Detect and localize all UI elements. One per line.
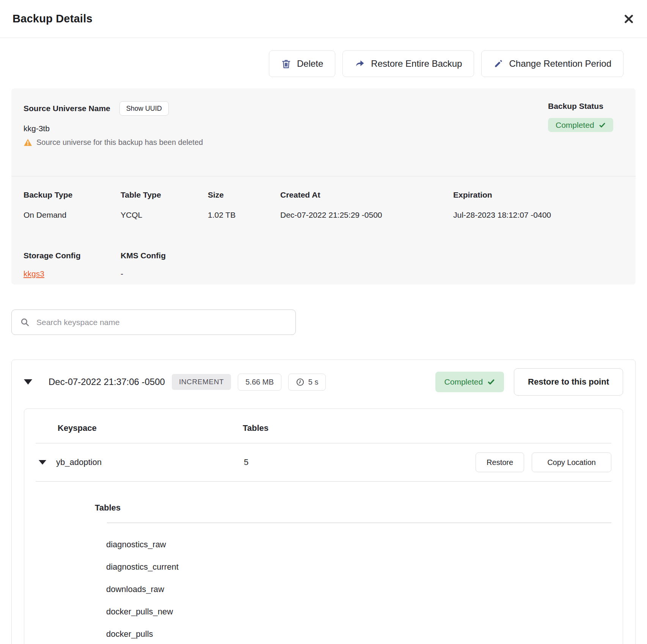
restore-arrow-icon <box>355 58 365 69</box>
kms-config-label: KMS Config <box>121 251 623 261</box>
field-value: 1.02 TB <box>208 210 280 220</box>
table-list-item: docker_pulls_new <box>106 607 611 617</box>
warning-icon <box>24 138 32 146</box>
keyspace-table-card: Keyspace Tables yb_adoption 5 Restore Co… <box>24 408 623 644</box>
field-label: Size <box>208 190 280 200</box>
keyspace-table-count: 5 <box>244 457 248 467</box>
check-icon <box>599 122 606 129</box>
check-icon <box>487 378 495 386</box>
source-universe-label: Source Universe Name <box>24 104 110 113</box>
field-label: Created At <box>280 190 453 200</box>
collapse-caret-icon[interactable] <box>24 379 32 385</box>
universe-name: kkg-3tb <box>24 124 623 134</box>
keyspace-row: yb_adoption 5 Restore Copy Location <box>24 443 623 481</box>
field-label: Table Type <box>121 190 208 200</box>
delete-button[interactable]: Delete <box>269 50 335 77</box>
table-list-item: diagnostics_raw <box>106 540 611 550</box>
increment-timestamp: Dec-07-2022 21:37:06 -0500 <box>49 377 165 387</box>
trash-icon <box>281 59 291 69</box>
change-retention-label: Change Retention Period <box>509 58 611 69</box>
storage-config-link[interactable]: kkgs3 <box>24 269 44 278</box>
keyspace-name: yb_adoption <box>56 457 244 467</box>
field-value: YCQL <box>121 210 208 220</box>
duration-text: 5 s <box>308 378 319 386</box>
keyspace-restore-button[interactable]: Restore <box>476 452 524 472</box>
table-list-item: docker_pulls <box>106 629 611 639</box>
keyspace-table-header: Keyspace Tables <box>24 409 623 443</box>
tables-subsection-label: Tables <box>95 503 611 513</box>
search-box <box>11 309 296 335</box>
search-row <box>11 309 636 335</box>
field-label: Expiration <box>453 190 623 200</box>
close-button[interactable] <box>620 11 637 27</box>
increment-status-badge: Completed <box>435 372 504 392</box>
search-keyspace-input[interactable] <box>36 317 287 327</box>
tables-column-header: Tables <box>243 423 269 433</box>
storage-config-grid: Storage Config KMS Config kkgs3 - <box>11 220 636 284</box>
backup-details-modal: Backup Details Delete Re <box>0 0 647 644</box>
field-value: Jul-28-2023 18:12:07 -0400 <box>453 210 623 220</box>
field-value: On Demand <box>24 210 121 220</box>
close-icon <box>623 13 635 25</box>
source-universe-section: Source Universe Name Show UUID kkg-3tb S… <box>11 88 636 147</box>
backup-details-grid: Backup Type Table Type Size Created At E… <box>11 176 636 220</box>
restore-to-this-point-button[interactable]: Restore to this point <box>514 368 623 396</box>
keyspace-column-header: Keyspace <box>58 423 243 433</box>
copy-location-button[interactable]: Copy Location <box>532 452 611 472</box>
search-icon <box>20 317 30 327</box>
storage-config-label: Storage Config <box>24 251 121 261</box>
delete-button-label: Delete <box>297 58 323 69</box>
status-badge-text: Completed <box>556 121 594 130</box>
backup-status-label: Backup Status <box>548 101 623 111</box>
pencil-icon <box>493 59 503 69</box>
table-list-item: diagnostics_current <box>106 562 611 572</box>
page-title: Backup Details <box>13 13 93 25</box>
clock-icon <box>296 378 305 386</box>
tables-list: diagnostics_raw diagnostics_current down… <box>106 540 611 639</box>
increment-duration-badge: 5 s <box>288 374 326 391</box>
keyspace-caret-icon[interactable] <box>39 460 46 465</box>
increment-backup-card: Dec-07-2022 21:37:06 -0500 INCREMENT 5.6… <box>11 360 636 644</box>
restore-entire-backup-label: Restore Entire Backup <box>371 58 462 69</box>
tables-subsection-divider <box>107 523 611 523</box>
restore-entire-backup-button[interactable]: Restore Entire Backup <box>342 50 474 77</box>
kms-config-value: - <box>121 269 623 279</box>
change-retention-button[interactable]: Change Retention Period <box>481 50 623 77</box>
modal-header: Backup Details <box>0 0 647 38</box>
increment-type-badge: INCREMENT <box>172 374 231 390</box>
status-badge: Completed <box>548 118 613 132</box>
backup-status-block: Backup Status Completed <box>548 101 623 132</box>
backup-summary-panel: Source Universe Name Show UUID kkg-3tb S… <box>11 88 636 284</box>
tables-subsection: Tables diagnostics_raw diagnostics_curre… <box>24 482 623 639</box>
increment-status-text: Completed <box>444 377 483 386</box>
increment-size-badge: 5.66 MB <box>238 374 281 391</box>
field-value: Dec-07-2022 21:25:29 -0500 <box>280 210 453 220</box>
action-buttons-row: Delete Restore Entire Backup Change Rete… <box>0 50 647 77</box>
field-label: Backup Type <box>24 190 121 200</box>
increment-header-row: Dec-07-2022 21:37:06 -0500 INCREMENT 5.6… <box>12 360 635 408</box>
universe-deleted-warning: Source universe for this backup has been… <box>36 137 203 147</box>
show-uuid-button[interactable]: Show UUID <box>119 101 169 116</box>
table-list-item: downloads_raw <box>106 584 611 594</box>
